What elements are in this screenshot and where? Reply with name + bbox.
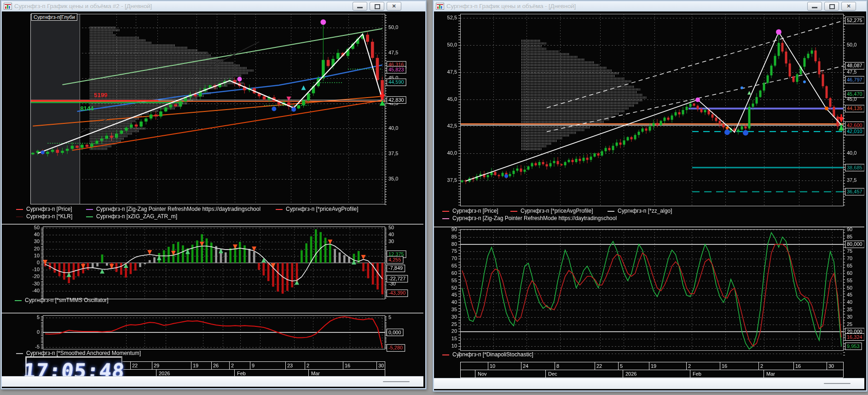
legend-color-dash [608, 211, 614, 212]
legend-row-main-1: Сургнфгз-п [Price]Сургнфгз-п [Zig-Zag Po… [2, 206, 425, 213]
legend-color-dash [86, 216, 93, 217]
legend-row-stochastic: Сургнфгз-п [*DinapoliStochastic] [434, 351, 866, 359]
legend-item: Сургнфгз-п [*priceAvgProfile] [276, 206, 358, 212]
horizontal-scrollbar[interactable] [434, 378, 864, 389]
legend-row-main-1: Сургнфгз-п [Price]Сургнфгз-п [*priceAvgP… [434, 208, 866, 215]
window-titlebar[interactable]: Сургнфгз-п График цены и объёма - [Дневн… [434, 1, 866, 12]
desktop: { "app": { "close_glyph": "✕", "window_b… [0, 0, 868, 395]
legend-item: Сургнфгз-п [Price] [16, 206, 72, 212]
legend-item: Сургнфгз-п [*DinapoliStochastic] [442, 351, 533, 358]
legend-color-dash [276, 209, 283, 210]
legend-row-main-2: Сургнфгз-п [*KLR]Сургнфгз-п [xZIG_ZAG_AT… [2, 213, 425, 221]
chart-window-price-volume-2: Сургнфгз-п График цены и объёма #2 - [Дн… [1, 0, 426, 389]
legend-item: Сургнфгз-п [Price] [442, 208, 498, 214]
chart-window-icon[interactable] [4, 3, 12, 10]
legend-color-dash [16, 216, 23, 217]
legend-color-dash [510, 211, 517, 212]
window-title: Сургнфгз-п График цены и объёма - [Дневн… [446, 3, 576, 10]
scrollbar-handle[interactable] [383, 381, 410, 382]
chart-window-icon[interactable] [436, 3, 444, 10]
minimize-button[interactable] [353, 2, 367, 11]
legend-color-dash [16, 353, 23, 354]
legend-item: Сургнфгз-п [*priceAvgProfile] [510, 208, 593, 214]
legend-item: Сургнфгз-п [Zig-Zag Pointer RefreshMode … [86, 206, 260, 212]
depth-of-market-label: Сургнфгз-п[Глуби [31, 13, 77, 21]
legend-color-dash [442, 211, 449, 212]
legend-color-dash [15, 300, 22, 301]
left-chart-canvas[interactable] [2, 12, 423, 378]
legend-row-main-2: Сургнфгз-п [Zig-Zag Pointer RefreshMode … [434, 215, 866, 222]
chart-window-price-volume: Сургнфгз-п График цены и объёма - [Дневн… [433, 0, 867, 391]
legend-row-oscillator: Сургнфгз-п [*smTMMS Oscillator] [2, 297, 425, 304]
restore-button[interactable] [824, 2, 839, 11]
close-button[interactable]: ✕ [387, 2, 401, 11]
legend-item: Сургнфгз-п [*smTMMS Oscillator] [15, 297, 109, 303]
legend-item: Сургнфгз-п [xZIG_ZAG_ATR_m] [86, 213, 177, 220]
legend-item: Сургнфгз-п [Zig-Zag Pointer RefreshMode … [442, 215, 617, 221]
window-titlebar[interactable]: Сургнфгз-п График цены и объёма #2 - [Дн… [2, 1, 425, 12]
legend-color-dash [86, 209, 93, 210]
minimize-button[interactable] [807, 2, 822, 11]
legend-item: Сургнфгз-п [*KLR] [16, 213, 72, 220]
legend-item: Сургнфгз-п [*zz_algo] [608, 208, 672, 214]
restore-button[interactable] [370, 2, 384, 11]
right-chart-canvas[interactable] [434, 12, 864, 380]
window-title: Сургнфгз-п График цены и объёма #2 - [Дн… [14, 3, 152, 10]
legend-color-dash [16, 209, 23, 210]
close-button[interactable]: ✕ [841, 2, 856, 11]
legend-color-dash [442, 218, 449, 219]
legend-color-dash [442, 354, 449, 355]
scrollbar-handle[interactable] [824, 383, 851, 384]
legend-item: Сургнфгз-п [*Smoothed Anchored Momentum] [16, 350, 141, 356]
horizontal-scrollbar[interactable] [2, 376, 423, 387]
